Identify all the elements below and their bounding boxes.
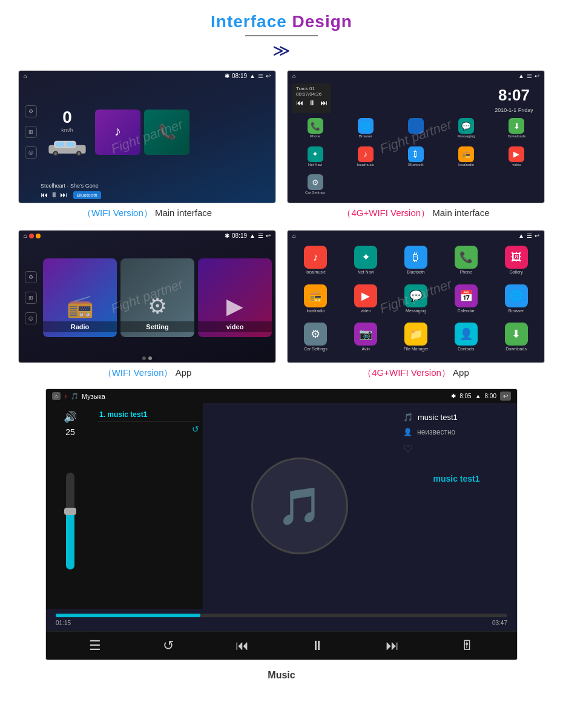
- volume-handle[interactable]: [64, 508, 76, 515]
- app-netnavi[interactable]: ✦ Net Navi: [291, 146, 339, 172]
- track-time: 00:07/04:26: [296, 91, 328, 97]
- app-downloads-lg[interactable]: ⬇ Downloads: [493, 323, 539, 358]
- video-card-icon: ▶: [226, 293, 243, 319]
- play-btn[interactable]: ⏸: [50, 191, 58, 199]
- music-note-icon: ♪: [114, 123, 121, 139]
- media-next[interactable]: ⏭: [320, 99, 328, 107]
- equalizer-btn[interactable]: 🎚: [461, 638, 474, 654]
- apps-sidebar-icon[interactable]: ⊞: [25, 126, 37, 138]
- app-messaging[interactable]: 💬 Messaging: [443, 118, 490, 144]
- menu-4ga: ☰: [527, 232, 532, 239]
- nav-icon-wa[interactable]: ◎: [25, 312, 37, 324]
- music-card[interactable]: ♪: [95, 110, 140, 155]
- menu-icon: ☰: [258, 73, 263, 79]
- page-header: Interface Design ≫: [211, 12, 352, 68]
- app-localmusic-lg[interactable]: ♪ localmusic: [292, 246, 339, 281]
- notification-dot: [29, 234, 34, 238]
- app-phone-lg[interactable]: 📞 Phone: [443, 246, 489, 281]
- playlist-btn[interactable]: ☰: [89, 638, 101, 654]
- app-localradio[interactable]: 📻 localradio: [443, 146, 490, 172]
- page-dots: [19, 354, 275, 362]
- sig-4ga: ▲: [518, 232, 524, 239]
- svg-point-7: [77, 152, 80, 154]
- setting-card[interactable]: ⚙ Setting: [120, 258, 194, 337]
- wifi-main-screen: ⌂ ✱ 08:19 ▲ ☰ ↩ ⚙ ⊞ ◎ 0 km/h: [18, 70, 276, 203]
- media-app-icon2: 🎵: [71, 393, 78, 399]
- back-4g-icon: ↩: [535, 73, 539, 79]
- app-browser-lg[interactable]: 🌐 Browser: [493, 284, 539, 320]
- app-calendar-lg[interactable]: 📅 Calendar: [443, 284, 489, 320]
- phone-card[interactable]: 📞: [144, 110, 189, 155]
- app-grid-large: ♪ localmusic ✦ Net Navi ₿ Bluetooth 📞 Ph…: [288, 241, 544, 362]
- speedometer: 0 km/h: [43, 108, 91, 157]
- volume-value: 25: [65, 427, 75, 437]
- settings-sidebar-icon[interactable]: ⚙: [25, 105, 37, 117]
- app-bluetooth[interactable]: ₿ Bluetooth: [392, 146, 440, 172]
- play-pause-btn[interactable]: ⏸: [311, 638, 324, 654]
- app-netnavi-lg[interactable]: ✦ Net Navi: [343, 246, 389, 281]
- music-back-btn[interactable]: ↩: [500, 392, 511, 401]
- volume-slider[interactable]: [66, 441, 74, 602]
- app-phone[interactable]: 📞 Phone: [291, 118, 339, 144]
- music-time: 8:05: [459, 393, 471, 399]
- back-icon: ↩: [266, 73, 271, 79]
- date-display: 2010-1-1 Friday: [493, 107, 535, 113]
- app-video-lg[interactable]: ▶ video: [343, 284, 389, 320]
- song-info: Steelheart - She's Gone: [41, 183, 272, 189]
- progress-bar-bg[interactable]: [56, 614, 507, 617]
- nav-sidebar-icon[interactable]: ◎: [25, 146, 37, 159]
- home-icon-4g: ⌂: [292, 73, 296, 79]
- bt-icon-wa: ✱: [225, 232, 229, 239]
- wifi-app-caption: （WIFI Version） App: [103, 367, 192, 379]
- music-controls-bar: ☰ ↺ ⏮ ⏸ ⏭ 🎚: [46, 631, 517, 660]
- progress-section: 01:15 03:47: [46, 609, 517, 631]
- repeat-btn[interactable]: ↺: [163, 638, 174, 654]
- media-play[interactable]: ⏸: [308, 99, 315, 107]
- app-downloads[interactable]: ⬇ Downloads: [493, 118, 541, 144]
- app-carsettings[interactable]: ⚙ Car Settings: [291, 174, 339, 200]
- sidebar-wa: ⚙ ⊞ ◎: [22, 271, 39, 324]
- repeat-btn-playlist[interactable]: ↺: [192, 424, 199, 434]
- phone-icon: 📞: [158, 123, 176, 140]
- album-music-icon: 🎵: [277, 485, 323, 528]
- app-contacts-lg[interactable]: 👤 Contacts: [443, 323, 489, 358]
- signal-4g-icon: ▲: [518, 73, 524, 79]
- app-video[interactable]: ▶ video: [493, 146, 541, 172]
- next-btn[interactable]: ⏭: [60, 191, 67, 199]
- next-track-btn[interactable]: ⏭: [386, 638, 399, 654]
- svg-rect-3: [66, 142, 74, 146]
- radio-card[interactable]: 📻 Radio: [43, 258, 117, 337]
- app-messaging-lg[interactable]: 💬 Messaging: [393, 284, 440, 320]
- app-localradio-lg[interactable]: 📻 localradio: [292, 284, 339, 320]
- app-browser[interactable]: 🌐 Browser: [341, 118, 389, 144]
- home-btn-music[interactable]: ⌂: [52, 392, 61, 400]
- app-avin-lg[interactable]: 📷 Avin: [343, 323, 389, 358]
- heart-icon[interactable]: ♡: [403, 443, 413, 455]
- wifi-main-cell: ⌂ ✱ 08:19 ▲ ☰ ↩ ⚙ ⊞ ◎ 0 km/h: [18, 70, 276, 219]
- song-name-big: music test1: [403, 474, 510, 484]
- status-bar-4g: ⌂ ▲ ☰ ↩: [288, 71, 544, 81]
- apps-icon-wa[interactable]: ⊞: [25, 292, 37, 304]
- music-screen-wrapper: ⌂ ♪ 🎵 Музыка ✱ 8:05 ▲ 8:00 ↩ 🔊 25: [45, 389, 518, 660]
- prev-btn[interactable]: ⏮: [41, 191, 48, 199]
- song-artist: неизвестно: [417, 428, 455, 436]
- sig-icon-wa: ▲: [249, 232, 255, 239]
- settings-icon-wa[interactable]: ⚙: [25, 271, 37, 283]
- sidebar: ⚙ ⊞ ◎: [22, 105, 39, 159]
- screenshots-grid: ⌂ ✱ 08:19 ▲ ☰ ↩ ⚙ ⊞ ◎ 0 km/h: [18, 70, 545, 379]
- app-bluetooth-lg[interactable]: ₿ Bluetooth: [393, 246, 440, 281]
- playlist-item-1[interactable]: 1. music test1: [98, 408, 199, 422]
- app-gallery-lg[interactable]: 🖼 Gallery: [493, 246, 539, 281]
- fourG-main-caption: （4G+WIFI Version） Main interface: [342, 208, 489, 219]
- media-prev[interactable]: ⏮: [296, 99, 303, 107]
- app-localmusic[interactable]: ♪ localmusic: [341, 146, 389, 172]
- app-carsettings-lg[interactable]: ⚙ Car Settings: [292, 323, 339, 358]
- wifi-main-caption: （WIFI Version） Main interface: [82, 208, 212, 219]
- fourG-app-caption: （4G+WIFI Version） App: [363, 367, 469, 379]
- prev-track-btn[interactable]: ⏮: [235, 638, 249, 654]
- video-card[interactable]: ▶ video: [198, 258, 272, 337]
- time-display: 08:19: [232, 73, 247, 79]
- app-filemanager-lg[interactable]: 📁 File Manager: [393, 323, 440, 358]
- playlist-panel: 1. music test1 ↺: [94, 403, 203, 609]
- time-total: 03:47: [492, 620, 507, 626]
